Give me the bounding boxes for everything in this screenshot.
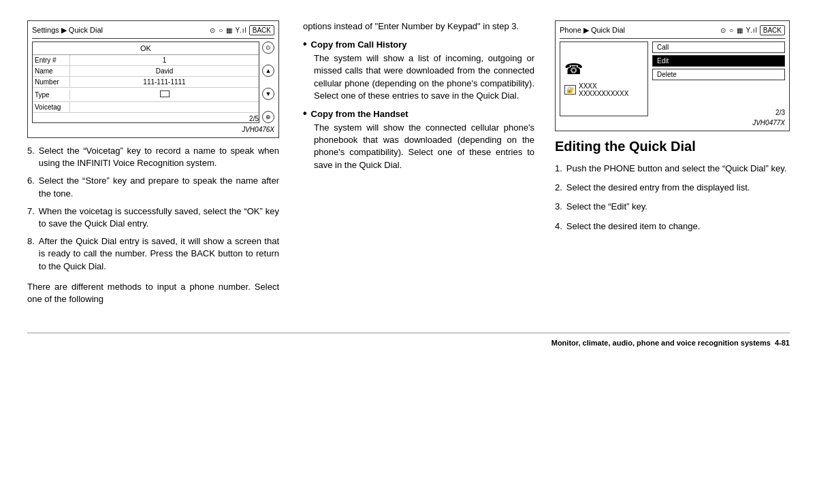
- steps-list-right: 1. Push the PHONE button and select the …: [555, 163, 790, 233]
- ok-label: OK: [140, 44, 151, 52]
- bullet-dot-2: •: [303, 108, 307, 119]
- bullet-title-text-1: Copy from Call History: [311, 39, 407, 50]
- call-button[interactable]: Call: [652, 41, 785, 53]
- phone-icon-area: ☎: [564, 61, 583, 78]
- field-voicetag: Voicetag: [33, 102, 259, 113]
- mockup-controls: ⊙ ▲ ▼ ⊕: [262, 41, 274, 123]
- contact-line2: XXXXXXXXXXX: [579, 90, 628, 97]
- mockup-icons-right: ⊙ ○ ▦ Y.ıl BACK: [720, 25, 785, 35]
- bullet-title-call-history: • Copy from Call History: [303, 39, 534, 50]
- field-entry: Entry # 1: [33, 55, 259, 66]
- step-6-text: Select the “Store” key and prepare to sp…: [39, 175, 279, 199]
- step-7-num: 7.: [27, 205, 35, 230]
- field-value-type: [70, 88, 259, 101]
- field-value-name: David: [70, 66, 259, 76]
- right-step-3-text: Select the “Edit” key.: [566, 201, 647, 213]
- step-5-text: Select the “Voicetag” key to record a na…: [39, 145, 279, 169]
- step-7: 7. When the voicetag is successfully sav…: [27, 205, 279, 230]
- bullet-title-text-2: Copy from the Handset: [311, 109, 408, 119]
- bullet-dot-1: •: [303, 39, 307, 50]
- footer-text: Monitor, climate, audio, phone and voice…: [551, 339, 771, 347]
- ctrl-down-bottom[interactable]: ⊕: [262, 111, 274, 123]
- left-column: Settings ▶ Quick Dial ⊙ ○ ▦ Y.ıl BACK OK…: [27, 20, 293, 312]
- ok-row: OK: [33, 42, 259, 55]
- step-8-num: 8.: [27, 235, 35, 273]
- right-step-3-num: 3.: [555, 201, 562, 213]
- bullet-handset: • Copy from the Handset The system will …: [303, 109, 534, 171]
- contact-icon-box: 🔐: [564, 85, 576, 95]
- mockup-header-left: Settings ▶ Quick Dial ⊙ ○ ▦ Y.ıl BACK: [32, 25, 274, 39]
- bullet-body-handset: The system will show the connected cellu…: [303, 122, 534, 171]
- steps-list-left: 5. Select the “Voicetag” key to record a…: [27, 145, 279, 273]
- mockup-id-left: JVH0476X: [32, 126, 274, 133]
- field-name: Name David: [33, 66, 259, 77]
- page-layout: Settings ▶ Quick Dial ⊙ ○ ▦ Y.ıl BACK OK…: [27, 20, 790, 312]
- mid-column: options instead of "Enter Number by Keyp…: [293, 20, 545, 312]
- left-mockup: Settings ▶ Quick Dial ⊙ ○ ▦ Y.ıl BACK OK…: [27, 20, 279, 138]
- right-step-3: 3. Select the “Edit” key.: [555, 201, 790, 213]
- back-button-right[interactable]: BACK: [760, 25, 785, 35]
- ctrl-up[interactable]: ▲: [262, 65, 274, 77]
- right-step-1-text: Push the PHONE button and select the “Qu…: [566, 163, 786, 175]
- bullet-title-handset: • Copy from the Handset: [303, 109, 534, 119]
- contact-info: 🔐 XXXX XXXXXXXXXXX: [564, 82, 628, 97]
- right-step-4: 4. Select the desired item to change.: [555, 220, 790, 233]
- right-column: Phone ▶ Quick Dial ⊙ ○ ▦ Y.ıl BACK ☎ 🔐 X…: [545, 20, 790, 312]
- field-value-entry: 1: [70, 55, 259, 65]
- right-mockup: Phone ▶ Quick Dial ⊙ ○ ▦ Y.ıl BACK ☎ 🔐 X…: [555, 20, 790, 131]
- step-5: 5. Select the “Voicetag” key to record a…: [27, 145, 279, 169]
- bullet-body-call-history: The system will show a list of incoming,…: [303, 52, 534, 102]
- field-label-name: Name: [33, 66, 70, 76]
- edit-button[interactable]: Edit: [652, 55, 785, 67]
- footer-page: 4-81: [775, 339, 790, 347]
- field-number: Number 111-111-1111: [33, 77, 259, 88]
- right-step-2-num: 2.: [555, 182, 562, 194]
- mockup-header-title: Settings ▶ Quick Dial: [32, 26, 103, 35]
- mockup-header-icons: ⊙ ○ ▦ Y.ıl BACK: [210, 25, 274, 35]
- field-value-number: 111-111-1111: [70, 77, 259, 87]
- field-value-voicetag: [70, 102, 259, 112]
- mockup-header-right: Phone ▶ Quick Dial ⊙ ○ ▦ Y.ıl BACK: [560, 25, 785, 39]
- field-type: Type: [33, 88, 259, 102]
- footer: Monitor, climate, audio, phone and voice…: [27, 333, 790, 347]
- right-step-2: 2. Select the desired entry from the dis…: [555, 182, 790, 194]
- field-label-voicetag: Voicetag: [33, 102, 70, 112]
- phone-icon: ☎: [564, 61, 583, 78]
- intro-continuation: options instead of "Enter Number by Keyp…: [303, 20, 534, 33]
- right-step-1: 1. Push the PHONE button and select the …: [555, 163, 790, 175]
- action-panel: Call Edit Delete 2/3: [652, 41, 785, 116]
- intro-text-left: There are different methods to input a p…: [27, 281, 279, 305]
- bullet-call-history: • Copy from Call History The system will…: [303, 39, 534, 102]
- back-button-left[interactable]: BACK: [249, 25, 274, 35]
- step-7-text: When the voicetag is successfully saved,…: [39, 205, 279, 230]
- right-step-2-text: Select the desired entry from the displa…: [566, 182, 750, 194]
- contact-line1: XXXX: [579, 82, 628, 90]
- mockup-main-panel: OK Entry # 1 Name David Number 111-111-1…: [32, 41, 259, 123]
- mockup-id-right: JVH0477X: [560, 119, 785, 127]
- contact-panel: ☎ 🔐 XXXX XXXXXXXXXXX: [560, 41, 648, 116]
- page-num-left: 2/5: [33, 113, 259, 122]
- step-6-num: 6.: [27, 175, 35, 199]
- delete-button[interactable]: Delete: [652, 69, 785, 80]
- step-8: 8. After the Quick Dial entry is saved, …: [27, 235, 279, 273]
- ctrl-down[interactable]: ▼: [262, 88, 274, 100]
- step-5-num: 5.: [27, 145, 35, 169]
- signal-icons-left: ⊙ ○ ▦ Y.ıl: [210, 27, 246, 34]
- field-label-type: Type: [33, 90, 70, 100]
- field-label-number: Number: [33, 77, 70, 87]
- ctrl-up-top[interactable]: ⊙: [262, 41, 274, 54]
- field-label-entry: Entry #: [33, 55, 70, 65]
- signal-icons-right: ⊙ ○ ▦ Y.ıl: [720, 27, 757, 34]
- page-num-right: 2/3: [652, 107, 785, 116]
- step-6: 6. Select the “Store” key and prepare to…: [27, 175, 279, 199]
- mockup-inner-right: ☎ 🔐 XXXX XXXXXXXXXXX Call Edit Delete: [560, 41, 785, 116]
- mockup-header-title-right: Phone ▶ Quick Dial: [560, 26, 625, 35]
- right-step-4-text: Select the desired item to change.: [566, 220, 701, 233]
- mockup-inner-left: OK Entry # 1 Name David Number 111-111-1…: [32, 41, 274, 123]
- right-step-1-num: 1.: [555, 163, 562, 175]
- step-8-text: After the Quick Dial entry is saved, it …: [39, 235, 279, 273]
- section-heading: Editing the Quick Dial: [555, 138, 790, 154]
- right-step-4-num: 4.: [555, 220, 562, 233]
- contact-text: XXXX XXXXXXXXXXX: [579, 82, 628, 97]
